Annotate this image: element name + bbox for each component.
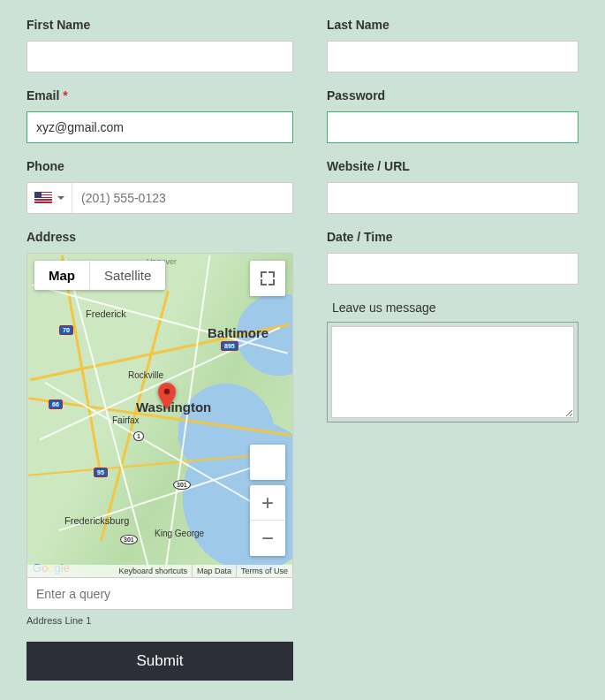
last-name-group: Last Name (327, 18, 579, 72)
fullscreen-button[interactable] (250, 261, 285, 296)
first-name-input[interactable] (26, 41, 293, 72)
email-group: Email * xyz@gmail.com (26, 88, 293, 143)
svg-point-0 (164, 389, 170, 395)
phone-input[interactable] (72, 183, 292, 213)
map-type-map-button[interactable]: Map (34, 261, 90, 290)
address-label: Address (26, 230, 293, 244)
website-group: Website / URL (327, 159, 579, 214)
date-time-group: Date / Time (327, 230, 579, 285)
email-input[interactable]: xyz@gmail.com (26, 111, 293, 143)
route-shield-icon: 301 (173, 480, 191, 490)
terms-link[interactable]: Terms of Use (236, 565, 292, 577)
password-label: Password (327, 88, 579, 103)
address-line-1-caption: Address Line 1 (26, 615, 293, 626)
map-place-label: Fairfax (112, 415, 140, 425)
caret-down-icon (57, 196, 64, 200)
address-group: Address 70 895 95 66 1 301 301 Bre Hanov… (26, 230, 293, 681)
phone-label: Phone (26, 159, 293, 173)
fullscreen-icon (261, 271, 275, 285)
date-time-label: Date / Time (327, 230, 579, 244)
map-type-satellite-button[interactable]: Satellite (90, 261, 165, 290)
password-input[interactable] (327, 111, 579, 143)
map-pin-icon (157, 383, 177, 409)
keyboard-shortcuts-link[interactable]: Keyboard shortcuts (114, 565, 192, 577)
flag-us-icon (34, 192, 52, 204)
last-name-label: Last Name (327, 18, 579, 32)
map-place-label: Baltimore (208, 325, 268, 340)
phone-group: Phone (26, 159, 293, 214)
website-input[interactable] (327, 182, 579, 214)
interstate-shield-icon: 95 (94, 468, 108, 477)
map-attribution: Keyboard shortcuts Map Data Terms of Use (27, 565, 292, 577)
interstate-shield-icon: 895 (221, 341, 238, 351)
map-place-label: Rockville (128, 370, 163, 380)
website-label: Website / URL (327, 159, 579, 173)
submit-button[interactable]: Submit (26, 642, 293, 681)
email-label: Email * (26, 88, 293, 103)
zoom-in-button[interactable]: + (250, 485, 285, 521)
streetview-pegman-button[interactable] (250, 445, 285, 480)
first-name-label: First Name (26, 18, 293, 32)
date-time-input[interactable] (327, 253, 579, 285)
zoom-control: + − (250, 485, 285, 556)
interstate-shield-icon: 66 (49, 399, 63, 409)
map-type-control: Map Satellite (34, 261, 165, 290)
country-code-select[interactable] (27, 183, 72, 213)
first-name-group: First Name (26, 18, 293, 72)
required-marker: * (63, 88, 67, 103)
zoom-out-button[interactable]: − (250, 521, 285, 556)
message-textarea[interactable] (331, 326, 574, 418)
address-query-input[interactable] (26, 578, 293, 610)
message-label: Leave us message (332, 301, 579, 315)
last-name-input[interactable] (327, 41, 579, 72)
interstate-shield-icon: 70 (59, 325, 73, 335)
map-data-link[interactable]: Map Data (192, 565, 236, 577)
map-place-label: Frederick (86, 308, 126, 319)
message-group: Leave us message (327, 301, 579, 422)
map-place-label: Fredericksburg (64, 515, 129, 526)
address-map[interactable]: 70 895 95 66 1 301 301 Bre Hanover Frede… (26, 253, 293, 578)
password-group: Password (327, 88, 579, 143)
map-place-label: King George (155, 529, 204, 538)
